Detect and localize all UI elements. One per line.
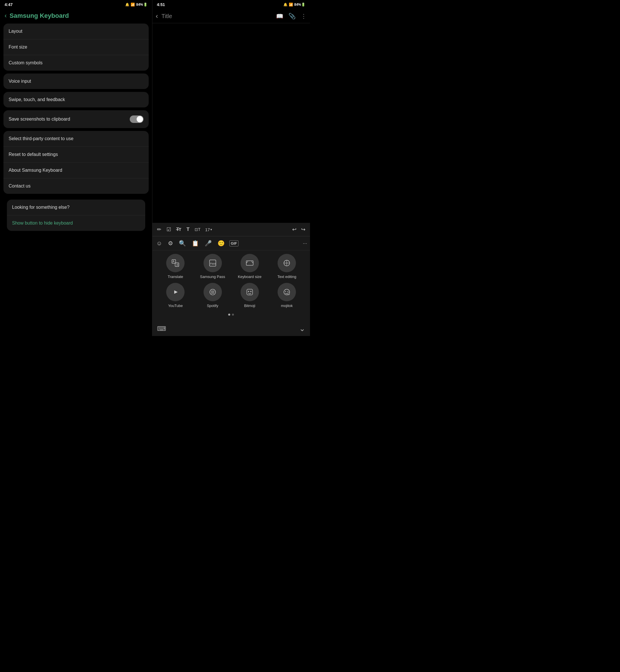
left-panel: 4:47 🔔 📶 84%🔋 ‹ Samsung Keyboard Layout … (0, 0, 152, 336)
bottom-section: Looking for something else? Show button … (3, 197, 149, 234)
settings-item-contact[interactable]: Contact us (3, 178, 149, 194)
spotify-icon (204, 283, 222, 301)
more-options-btn[interactable]: ··· (303, 240, 307, 246)
emoji-btn[interactable]: ☺ (155, 239, 163, 248)
box-text-tool-btn[interactable]: ⊡T (193, 226, 202, 233)
app-item-spotify[interactable]: Spotify (200, 283, 225, 308)
settings-item-voice-input[interactable]: Voice input (3, 74, 149, 89)
page-header-left: ‹ Samsung Keyboard (0, 9, 152, 23)
dot-1[interactable] (228, 314, 230, 316)
show-button-link[interactable]: Show button to hide keyboard (7, 215, 145, 231)
strikethrough-tool-btn[interactable]: T̶T (174, 226, 183, 233)
book-icon[interactable]: 📖 (276, 13, 283, 19)
app-item-youtube[interactable]: YouTube (162, 283, 188, 308)
alarm-icon-right: 🔔 (283, 3, 288, 7)
wifi-icon: 📶 (131, 3, 135, 7)
app-item-keyboard-size[interactable]: Keyboard size (237, 254, 263, 279)
right-panel: 4:51 🔔 📶 84%🔋 ‹ Title 📖 📎 ⋮ ✏ ☑ T̶T T ⊡T… (152, 0, 310, 336)
clipboard-btn[interactable]: 📋 (191, 239, 200, 248)
settings-item-screenshots[interactable]: Save screenshots to clipboard (3, 110, 149, 128)
time-right: 4:51 (157, 2, 165, 7)
pen-tool-btn[interactable]: ✏ (155, 225, 163, 234)
youtube-icon (166, 283, 185, 301)
apps-row-1: A 文 Translate Pass Samsung Pass (157, 254, 305, 279)
check-tool-btn[interactable]: ☑ (165, 225, 173, 234)
settings-item-custom-symbols[interactable]: Custom symbols (3, 55, 149, 70)
svg-line-8 (251, 261, 253, 263)
text-editing-icon (277, 254, 296, 272)
mojitok-label: mojitok (281, 303, 293, 308)
toggle-screenshots[interactable] (130, 115, 144, 123)
settings-btn[interactable]: ⚙ (167, 239, 174, 248)
settings-item-reset[interactable]: Reset to default settings (3, 147, 149, 162)
settings-item-layout[interactable]: Layout (3, 23, 149, 39)
dot-2[interactable] (232, 314, 234, 316)
youtube-label: YouTube (168, 303, 183, 308)
status-bar-right: 4:51 🔔 📶 84%🔋 (152, 0, 310, 9)
mic-btn[interactable]: 🎤 (204, 239, 213, 248)
back-btn-right[interactable]: ‹ (156, 12, 158, 20)
keyboard-area: ✏ ☑ T̶T T ⊡T 17 ▾ ↩ ↪ ☺ ⚙ 🔍 📋 🎤 🙂 GIF ··… (152, 223, 310, 336)
bitmoji-icon (241, 283, 259, 301)
sticker-btn[interactable]: 🙂 (216, 239, 226, 248)
svg-point-15 (248, 291, 249, 292)
text-tool-btn[interactable]: T (185, 226, 191, 234)
card-screenshots: Save screenshots to clipboard (3, 110, 149, 128)
redo-btn[interactable]: ↪ (299, 225, 307, 234)
settings-item-third-party[interactable]: Select third-party content to use (3, 131, 149, 147)
font-size-dropdown-icon: ▾ (210, 228, 212, 232)
undo-btn[interactable]: ↩ (291, 225, 298, 234)
card-layout-group: Layout Font size Custom symbols (3, 23, 149, 70)
battery-right: 84%🔋 (294, 3, 305, 7)
app-item-mojitok[interactable]: ★ mojitok (274, 283, 300, 308)
looking-text: Looking for something else? (7, 200, 145, 215)
chevron-down-icon[interactable]: ⌄ (299, 324, 305, 333)
app-item-samsung-pass[interactable]: Pass Samsung Pass (200, 254, 225, 279)
card-swipe: Swipe, touch, and feedback (3, 92, 149, 107)
keyboard-second-row: ☺ ⚙ 🔍 📋 🎤 🙂 GIF ··· (152, 236, 310, 250)
card-looking: Looking for something else? Show button … (7, 200, 145, 231)
app-item-translate[interactable]: A 文 Translate (162, 254, 188, 279)
app-header-right: ‹ Title 📖 📎 ⋮ (152, 9, 310, 23)
app-item-bitmoji[interactable]: Bitmoji (237, 283, 263, 308)
svg-rect-6 (246, 261, 253, 266)
search-btn[interactable]: 🔍 (178, 239, 187, 248)
back-icon-left[interactable]: ‹ (5, 12, 7, 19)
apps-row-2: YouTube Spotify (157, 283, 305, 308)
settings-item-font-size[interactable]: Font size (3, 39, 149, 55)
card-misc-group: Select third-party content to use Reset … (3, 131, 149, 194)
svg-point-16 (250, 291, 251, 292)
more-icon-right[interactable]: ⋮ (301, 13, 307, 19)
status-icons-left: 🔔 📶 84%🔋 (125, 3, 147, 7)
svg-text:A: A (172, 260, 174, 263)
settings-item-about[interactable]: About Samsung Keyboard (3, 162, 149, 178)
keyboard-icon[interactable]: ⌨ (157, 325, 166, 333)
header-icons: 📖 📎 ⋮ (276, 13, 307, 19)
keyboard-toolbar: ✏ ☑ T̶T T ⊡T 17 ▾ ↩ ↪ (152, 223, 310, 236)
svg-point-19 (288, 291, 289, 292)
note-content-area[interactable] (152, 23, 310, 223)
time-left: 4:47 (5, 2, 13, 7)
wifi-icon-right: 📶 (289, 3, 293, 7)
text-editing-label: Text editing (277, 275, 296, 279)
keyboard-bottom-bar: ⌨ ⌄ (152, 321, 310, 336)
alarm-icon: 🔔 (125, 3, 130, 7)
svg-marker-12 (174, 290, 178, 294)
gif-btn[interactable]: GIF (229, 240, 239, 246)
samsung-pass-label: Samsung Pass (200, 275, 225, 279)
samsung-pass-icon: Pass (204, 254, 222, 272)
keyboard-size-label: Keyboard size (238, 275, 261, 279)
status-bar-left: 4:47 🔔 📶 84%🔋 (0, 0, 152, 9)
app-item-text-editing[interactable]: Text editing (274, 254, 300, 279)
svg-line-7 (246, 261, 248, 263)
page-title-left: Samsung Keyboard (9, 12, 69, 19)
keyboard-apps: A 文 Translate Pass Samsung Pass (152, 250, 310, 321)
translate-label: Translate (168, 275, 183, 279)
attach-icon[interactable]: 📎 (289, 13, 296, 19)
svg-text:Pass: Pass (210, 262, 216, 265)
pagination-dots (157, 312, 305, 318)
settings-content: Layout Font size Custom symbols Voice in… (0, 23, 152, 336)
settings-item-swipe[interactable]: Swipe, touch, and feedback (3, 92, 149, 107)
translate-icon: A 文 (166, 254, 185, 272)
font-size-btn[interactable]: 17 ▾ (204, 226, 214, 233)
